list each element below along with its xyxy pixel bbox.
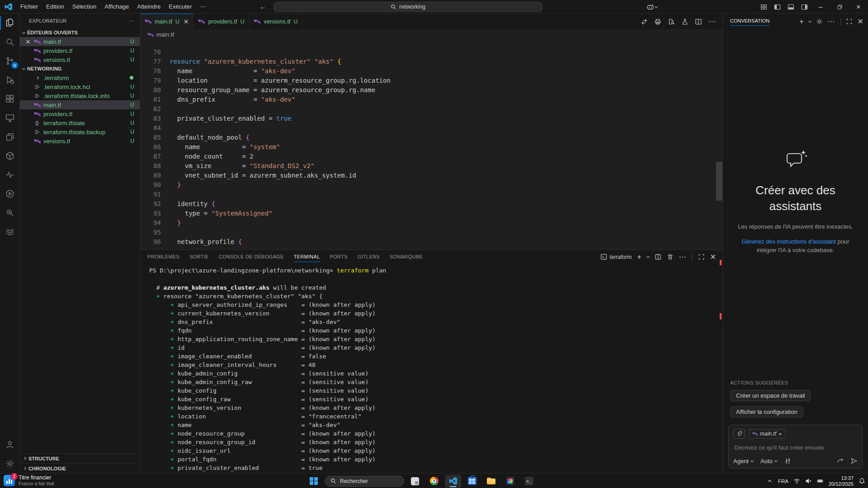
file-row-versions-tf[interactable]: versions.tfU — [20, 136, 140, 145]
file-row-main-tf[interactable]: ✕main.tfU — [20, 37, 140, 46]
file-row-terraform-tfstate[interactable]: {}terraform.tfstateU — [20, 118, 140, 127]
code-line[interactable]: 82 — [140, 104, 722, 114]
menu-selection[interactable]: Sélection — [68, 0, 100, 14]
explorer-icon[interactable] — [0, 14, 20, 33]
chat-input-placeholder[interactable]: Décrivez ce qu'il faut créer ensuite — [734, 444, 857, 451]
code-line[interactable]: 76 — [140, 47, 722, 57]
layout-customize-icon[interactable] — [757, 0, 770, 14]
chat-history-icon[interactable] — [808, 19, 811, 23]
terminal-dropdown-icon[interactable] — [646, 255, 650, 258]
toggle-sidebar-left-icon[interactable] — [770, 0, 784, 14]
new-chat-icon[interactable]: + — [799, 18, 803, 26]
kill-terminal-icon[interactable] — [667, 253, 674, 260]
open-changes-icon[interactable] — [641, 18, 648, 25]
file-row-providers-tf[interactable]: providers.tfU — [20, 109, 140, 118]
menu-edition[interactable]: Edition — [42, 0, 68, 14]
file-row--terraform[interactable]: .terraform — [20, 73, 140, 82]
menu-executer[interactable]: Exécuter — [165, 0, 196, 14]
chat-input-box[interactable]: main.tf + Décrivez ce qu'il faut créer e… — [728, 425, 863, 469]
code-line[interactable]: 80 resource_group_name = azurerm_resourc… — [140, 85, 722, 95]
docker-icon[interactable] — [0, 146, 20, 165]
panel-tab-sortie[interactable]: SORTIE — [189, 250, 209, 264]
code-line[interactable]: 93 type = "SystemAssigned" — [140, 209, 722, 218]
editor-scrollbar[interactable] — [716, 162, 722, 201]
search-editor-icon[interactable] — [668, 18, 675, 25]
tab-providers-tf[interactable]: providers.tf U — [193, 14, 249, 29]
command-center-search[interactable]: networking — [274, 2, 542, 12]
code-line[interactable]: 83 private_cluster_enabled = true — [140, 114, 722, 123]
generate-instructions-link[interactable]: Générez des instructions d'assistant — [741, 238, 835, 245]
code-line[interactable]: 78 name = "aks-dev" — [140, 66, 722, 76]
model-dropdown[interactable]: Auto — [760, 458, 777, 465]
open-editors-header[interactable]: ÉDITEURS OUVERTS — [20, 28, 140, 37]
code-line[interactable]: 88 vm_size = "Standard_DS2_v2" — [140, 161, 722, 171]
panel-tab-sonarqube[interactable]: SONARQUBE — [390, 250, 423, 264]
vscode-app[interactable] — [445, 475, 461, 488]
file-row-versions-tf[interactable]: versions.tfU — [20, 55, 140, 64]
file-row-main-tf[interactable]: main.tfU — [20, 100, 140, 109]
containers-icon[interactable] — [0, 127, 20, 146]
code-line[interactable]: 89 vnet_subnet_id = azurerm_subnet.aks_s… — [140, 171, 722, 180]
toggle-panel-icon[interactable] — [784, 0, 797, 14]
file-row-providers-tf[interactable]: providers.tfU — [20, 46, 140, 55]
chat-maximize-icon[interactable] — [846, 18, 853, 25]
terminal-app[interactable]: >_ — [521, 475, 537, 488]
clock[interactable]: 13:37 20/12/2025 — [829, 475, 854, 487]
print-icon[interactable] — [654, 18, 661, 25]
terminal-output[interactable]: PS D:\project\azure-landingzone-platform… — [140, 264, 722, 473]
explorer-more-actions-icon[interactable]: ⋯ — [129, 18, 134, 24]
chat-mode-dropdown[interactable]: Agent — [733, 458, 753, 465]
code-line[interactable]: 84 — [140, 123, 722, 133]
window-minimize-button[interactable]: ─ — [811, 0, 830, 14]
chat-settings-gear-icon[interactable] — [816, 18, 823, 25]
file-row--terraform-lock-hcl[interactable]: .terraform.lock.hclU — [20, 82, 140, 91]
maximize-panel-icon[interactable] — [698, 253, 705, 260]
run-debug-icon[interactable] — [0, 70, 20, 89]
file-row-terraform-tfstate-backup[interactable]: terraform.tfstate.backupU — [20, 127, 140, 136]
menu-affichage[interactable]: Affichage — [100, 0, 133, 14]
window-restore-button[interactable] — [830, 0, 849, 14]
outline-pane-header[interactable]: STRUCTURE — [20, 453, 140, 463]
code-line[interactable]: 86 name = "system" — [140, 142, 722, 152]
sonar-waves-icon[interactable] — [0, 222, 20, 241]
menu-fichier[interactable]: Fichier — [16, 0, 42, 14]
battery-icon[interactable] — [817, 478, 824, 484]
keyboard-language[interactable]: FRA — [778, 479, 788, 484]
code-line[interactable]: 81 dns_prefix = "aks-dev" — [140, 95, 722, 104]
search-icon[interactable] — [0, 33, 20, 52]
code-line[interactable]: 91 — [140, 190, 722, 199]
attach-context-button[interactable] — [733, 429, 745, 439]
settings-icon[interactable] — [0, 454, 20, 473]
menu-atteindre[interactable]: Atteindre — [133, 0, 165, 14]
editor-more-actions-icon[interactable]: ⋯ — [708, 17, 716, 26]
source-control-icon[interactable]: 9 — [0, 52, 20, 70]
panel-tab-probl-mes[interactable]: PROBLÈMES — [147, 250, 179, 264]
taskbar-search[interactable]: Rechercher — [325, 476, 404, 487]
chat-close-icon[interactable]: ✕ — [858, 17, 863, 26]
remote-explorer-icon[interactable] — [0, 108, 20, 127]
tab-close-icon[interactable]: ✕ — [184, 18, 189, 25]
networking-folder-header[interactable]: NETWORKING — [20, 64, 140, 73]
context-chip-main-tf[interactable]: main.tf + — [749, 429, 786, 439]
panel-more-actions-icon[interactable]: ⋯ — [679, 253, 687, 261]
panel-tab-terminal[interactable]: TERMINAL — [294, 250, 320, 264]
menu-overflow[interactable]: ⋯ — [196, 0, 210, 14]
file-row--terraform-tfstate-lock-info[interactable]: .terraform.tfstate.lock.infoU — [20, 91, 140, 100]
code-line[interactable]: 96 network_profile { — [140, 237, 722, 247]
redo-arrow-icon[interactable] — [837, 457, 844, 465]
pulse-icon[interactable] — [0, 165, 20, 184]
play-circle-icon[interactable] — [0, 184, 20, 203]
create-workspace-button[interactable]: Créer un espace de travail — [730, 390, 811, 401]
start-button[interactable] — [306, 475, 322, 488]
taskview-widgets-app[interactable] — [407, 475, 423, 488]
account-icon[interactable] — [0, 435, 20, 454]
code-line[interactable]: 92 identity { — [140, 199, 722, 209]
code-line[interactable]: 77resource "azurerm_kubernetes_cluster" … — [140, 57, 722, 66]
code-search-icon[interactable] — [0, 203, 20, 222]
copilot-icon[interactable] — [646, 3, 657, 11]
tray-chevron-up-icon[interactable] — [766, 478, 773, 484]
breadcrumb[interactable]: main.tf — [140, 29, 722, 40]
split-editor-icon[interactable] — [695, 18, 702, 25]
beaker-icon[interactable] — [681, 18, 689, 25]
code-line[interactable]: 90 } — [140, 180, 722, 190]
